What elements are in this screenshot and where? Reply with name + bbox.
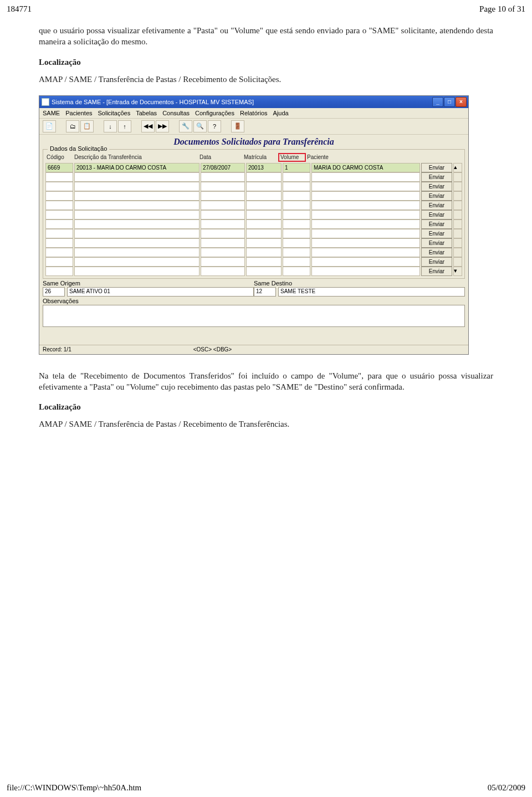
app-icon: [42, 98, 49, 106]
menu-configuracoes[interactable]: Configurações: [195, 110, 234, 116]
dados-solicitacao-group: Dados da Solicitação Código Descrição da…: [43, 149, 465, 279]
paragraph-1: que o usuário possa visualizar efetivame…: [39, 25, 493, 48]
toolbar-btn-tool1[interactable]: 🔧: [179, 120, 192, 132]
table-row[interactable]: 6669 20013 - MARIA DO CARMO COSTA 27/08/…: [45, 163, 462, 172]
menu-pacientes[interactable]: Pacientes: [65, 110, 92, 116]
table-row: Enviar: [45, 229, 462, 238]
toolbar-btn-1[interactable]: 📄: [43, 120, 56, 132]
toolbar-btn-3[interactable]: 📋: [80, 120, 94, 132]
toolbar-btn-help[interactable]: ?: [208, 120, 221, 132]
col-volume-highlighted: Volume: [278, 153, 306, 162]
maximize-button[interactable]: □: [444, 97, 455, 107]
cell-paciente: MARIA DO CARMO COSTA: [311, 163, 420, 172]
toolbar-nav-down[interactable]: ↓: [104, 120, 117, 132]
status-mode: <OSC> <DBG>: [193, 346, 232, 352]
group-legend: Dados da Solicitação: [48, 145, 109, 152]
same-destino-label: Same Destino: [254, 280, 465, 287]
toolbar-btn-2[interactable]: 🗂: [66, 120, 79, 132]
menu-ajuda[interactable]: Ajuda: [273, 110, 289, 116]
toolbar-nav-last[interactable]: ▶▶: [156, 120, 169, 132]
scrollbar-down-icon[interactable]: ▾: [453, 267, 462, 276]
col-desc: Descrição da Transferência: [73, 153, 198, 162]
col-data: Data: [198, 153, 243, 162]
table-row: Enviar: [45, 248, 462, 257]
app-window: Sistema de SAME - [Entrada de Documentos…: [39, 95, 469, 355]
observacoes-field[interactable]: [43, 305, 465, 327]
localizacao-path-1: AMAP / SAME / Transferência de Pastas / …: [39, 75, 493, 84]
menu-tabelas[interactable]: Tabelas: [136, 110, 157, 116]
cell-codigo: 6669: [45, 163, 73, 172]
scrollbar-up-icon[interactable]: ▴: [453, 163, 462, 172]
menu-relatorios[interactable]: Relatórios: [240, 110, 268, 116]
cell-desc: 20013 - MARIA DO CARMO COSTA: [74, 163, 200, 172]
localizacao-heading-1: Localização: [39, 58, 493, 67]
table-row: Enviar: [45, 182, 462, 191]
enviar-button[interactable]: Enviar: [421, 210, 452, 219]
menu-same[interactable]: SAME: [43, 110, 60, 116]
doc-id: 184771: [7, 4, 32, 14]
same-destino-name[interactable]: SAME TESTE: [278, 287, 465, 297]
toolbar-nav-up[interactable]: ↑: [118, 120, 131, 132]
enviar-button[interactable]: Enviar: [421, 229, 452, 238]
localizacao-heading-2: Localização: [39, 402, 493, 412]
cell-volume: 1: [283, 163, 310, 172]
enviar-button[interactable]: Enviar: [421, 257, 452, 267]
page-number: Page 10 of 31: [479, 4, 525, 14]
same-origem-name[interactable]: SAME ATIVO 01: [67, 287, 254, 297]
minimize-button[interactable]: _: [432, 97, 443, 107]
col-scroll: [453, 153, 462, 162]
menu-solicitacoes[interactable]: Solicitações: [98, 110, 131, 116]
enviar-button[interactable]: Enviar: [421, 201, 452, 210]
col-matricula: Matrícula: [243, 153, 278, 162]
enviar-button[interactable]: Enviar: [421, 248, 452, 257]
enviar-button[interactable]: Enviar: [421, 172, 452, 182]
window-title: Sistema de SAME - [Entrada de Documentos…: [52, 99, 254, 105]
enviar-button[interactable]: Enviar: [421, 219, 452, 229]
col-paciente: Paciente: [306, 153, 421, 162]
observacoes-label: Observações: [43, 298, 465, 304]
toolbar-btn-exit[interactable]: 🚪: [231, 120, 244, 132]
close-button[interactable]: ×: [456, 97, 467, 107]
table-row: Enviar: [45, 210, 462, 219]
col-action: [421, 153, 453, 162]
enviar-button[interactable]: Enviar: [421, 182, 452, 191]
table-header: Código Descrição da Transferência Data M…: [45, 153, 462, 162]
toolbar: 📄 🗂 📋 ↓ ↑ ◀◀ ▶▶ 🔧 🔍 ? 🚪: [39, 119, 468, 135]
table-row: Enviar: [45, 257, 462, 267]
same-destino-code[interactable]: 12: [254, 287, 276, 297]
col-codigo: Código: [45, 153, 73, 162]
toolbar-nav-first[interactable]: ◀◀: [141, 120, 155, 132]
table-row: Enviar: [45, 219, 462, 229]
toolbar-btn-tool2[interactable]: 🔍: [193, 120, 207, 132]
same-origem-label: Same Origem: [43, 280, 254, 287]
table-row: Enviar▾: [45, 267, 462, 276]
localizacao-path-2: AMAP / SAME / Transferência de Pastas / …: [39, 420, 493, 429]
cell-data: 27/08/2007: [201, 163, 245, 172]
same-origem-code[interactable]: 26: [43, 287, 65, 297]
menu-consultas[interactable]: Consultas: [162, 110, 190, 116]
menubar: SAME Pacientes Solicitações Tabelas Cons…: [39, 108, 468, 119]
status-record: Record: 1/1: [43, 346, 71, 352]
table-row: Enviar: [45, 191, 462, 201]
enviar-button[interactable]: Enviar: [421, 191, 452, 201]
paragraph-2: Na tela de "Recebimento de Documentos Tr…: [39, 370, 493, 393]
statusbar: Record: 1/1 <OSC> <DBG>: [39, 345, 468, 354]
titlebar: Sistema de SAME - [Entrada de Documentos…: [39, 96, 468, 108]
table-row: Enviar: [45, 238, 462, 248]
table-row: Enviar: [45, 172, 462, 182]
table-row: Enviar: [45, 201, 462, 210]
cell-matricula: 20013: [246, 163, 282, 172]
enviar-button[interactable]: Enviar: [421, 238, 452, 248]
enviar-button[interactable]: Enviar: [421, 163, 452, 172]
enviar-button[interactable]: Enviar: [421, 267, 452, 276]
